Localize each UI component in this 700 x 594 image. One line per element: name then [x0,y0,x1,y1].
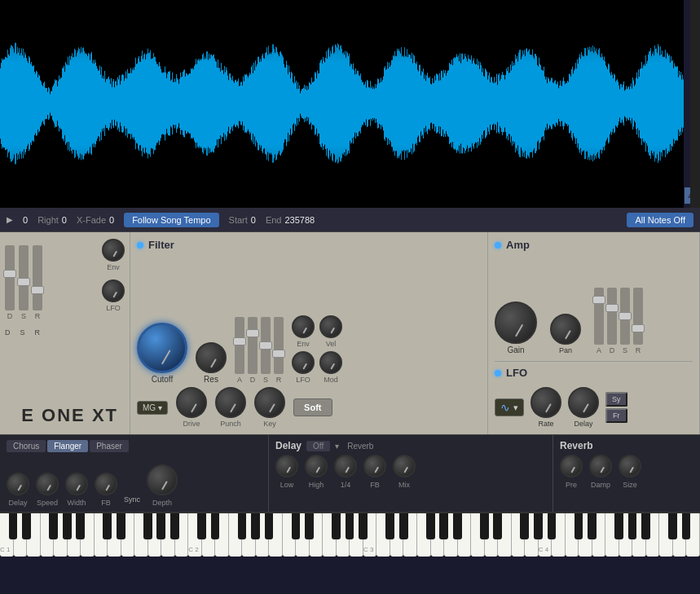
black-key-32[interactable] [439,513,448,539]
filter-r-thumb[interactable] [272,350,285,358]
key-knob[interactable] [254,387,285,418]
rate-knob[interactable] [531,387,561,418]
black-key-8[interactable] [117,513,125,539]
amp-d-track[interactable] [607,288,617,345]
filter-a-track[interactable] [235,317,244,374]
drive-knob[interactable] [176,387,207,418]
black-key-49[interactable] [668,513,677,539]
black-key-1[interactable] [22,513,31,539]
delay-mix-knob[interactable] [393,455,416,477]
lfo-delay-knob[interactable] [568,387,599,418]
amp-s-track[interactable] [620,288,630,345]
punch-knob[interactable] [215,387,246,418]
mg-selector[interactable]: MG ▾ [137,401,168,415]
black-key-7[interactable] [103,513,112,539]
black-key-25[interactable] [346,513,354,539]
amp-r-thumb[interactable] [632,324,645,332]
black-key-31[interactable] [426,513,435,539]
filter-led[interactable] [137,242,143,249]
s-slider[interactable] [19,245,29,310]
piano-keyboard[interactable]: C 1C 2C 3C 4 [0,512,700,557]
r-slider-thumb[interactable] [31,286,44,294]
black-key-28[interactable] [385,513,394,539]
d-slider[interactable] [5,245,15,310]
filter-s-thumb[interactable] [259,341,272,350]
filter-s-track[interactable] [261,317,271,374]
d-slider-thumb[interactable] [3,270,16,278]
black-key-12[interactable] [170,513,179,539]
amp-a-track[interactable] [594,288,604,345]
delay-fb-knob[interactable] [363,455,386,477]
flanger-tab[interactable]: Flanger [47,440,88,452]
black-key-47[interactable] [641,513,650,539]
width-knob[interactable] [65,473,88,495]
phaser-tab[interactable]: Phaser [90,440,129,452]
amp-led[interactable] [495,242,501,249]
black-key-22[interactable] [305,513,314,539]
black-key-19[interactable] [265,513,274,539]
reverb-pre-knob[interactable] [560,455,583,477]
filter-d-thumb[interactable] [246,329,259,337]
black-key-18[interactable] [251,513,260,539]
black-key-5[interactable] [76,513,85,539]
cutoff-knob[interactable] [137,323,187,373]
lfo-knob[interactable] [102,279,125,302]
amp-s-thumb[interactable] [619,312,632,320]
black-key-35[interactable] [480,513,489,539]
filter-d-track[interactable] [248,317,258,374]
s-slider-thumb[interactable] [17,278,30,286]
r-slider[interactable] [33,245,42,310]
filter-r-track[interactable] [274,317,284,374]
amp-r-track[interactable] [633,288,643,345]
delay-effect-knob[interactable] [7,473,29,495]
chorus-tab[interactable]: Chorus [7,440,46,452]
black-key-15[interactable] [211,513,220,539]
black-key-11[interactable] [156,513,165,539]
reverb-damp-knob[interactable] [589,455,612,477]
amp-a-thumb[interactable] [592,296,605,304]
soft-button[interactable]: Soft [293,398,332,416]
lfo-led[interactable] [495,370,501,376]
lfo-wave-selector[interactable]: ∿ ▾ [495,398,524,416]
black-key-40[interactable] [548,513,557,539]
black-key-3[interactable] [49,513,58,539]
filter-vel-knob[interactable] [319,315,342,338]
gain-knob[interactable] [495,301,537,344]
black-key-21[interactable] [292,513,301,539]
black-key-10[interactable] [143,513,152,539]
delay-quarter-knob[interactable] [334,455,357,477]
delay-high-knob[interactable] [305,455,328,477]
env-knob[interactable] [102,239,125,262]
black-key-24[interactable] [332,513,341,539]
black-key-17[interactable] [238,513,247,539]
black-key-4[interactable] [63,513,72,539]
black-key-38[interactable] [520,513,529,539]
filter-a-thumb[interactable] [233,337,246,345]
black-key-0[interactable] [9,513,18,539]
lfo-sync-button[interactable]: Sy [605,392,627,407]
filter-mod-knob[interactable] [319,351,342,374]
black-key-45[interactable] [614,513,623,539]
black-key-26[interactable] [359,513,368,539]
black-key-14[interactable] [197,513,206,539]
black-key-33[interactable] [453,513,462,539]
reverb-size-knob[interactable] [619,455,641,477]
lfo-free-button[interactable]: Fr [605,408,627,423]
fb-knob[interactable] [95,473,117,495]
all-notes-off-button[interactable]: All Notes Off [627,213,693,227]
waveform-scrollbar[interactable] [690,0,700,208]
black-key-46[interactable] [628,513,637,539]
filter-env-knob[interactable] [292,315,315,338]
amp-d-thumb[interactable] [605,304,619,312]
black-key-29[interactable] [399,513,408,539]
filter-lfo-knob[interactable] [292,351,315,374]
delay-low-knob[interactable] [275,455,298,477]
speed-knob[interactable] [36,473,59,495]
black-key-39[interactable] [534,513,543,539]
black-key-50[interactable] [682,513,691,539]
pan-knob[interactable] [550,314,581,345]
black-key-36[interactable] [493,513,502,539]
black-key-42[interactable] [575,513,583,539]
follow-tempo-button[interactable]: Follow Song Tempo [124,213,218,227]
black-key-43[interactable] [588,513,597,539]
